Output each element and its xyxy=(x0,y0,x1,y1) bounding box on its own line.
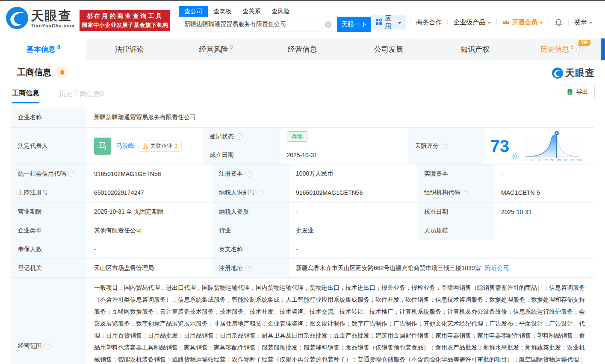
site-logo[interactable]: 天眼查 TianYanCha.com xyxy=(6,7,74,31)
tab-company-development[interactable]: 公司发展 xyxy=(345,38,432,60)
apps-grid-icon xyxy=(375,18,382,26)
table-row: 营业期限 2025-10-31 至 无固定期限 纳税人资质 - 核准日期 202… xyxy=(11,203,594,221)
org-code-value: MAG1GETN-5 xyxy=(494,183,594,202)
tab-basic-info[interactable]: 基本信息 8 xyxy=(0,38,86,60)
tab-operating-risk[interactable]: 经营风险 3 xyxy=(173,38,259,60)
help-icon[interactable]: ? xyxy=(68,170,75,177)
top-nav: 应用 商务合作 企业级产品 开通会员 费米 xyxy=(371,15,605,30)
staff-size-value: - xyxy=(494,221,594,240)
help-icon[interactable]: ? xyxy=(236,133,243,140)
search-tab-relation[interactable]: 查关系 xyxy=(237,6,266,17)
help-icon[interactable]: ? xyxy=(442,143,448,149)
svg-text:x: x xyxy=(569,91,571,94)
field-label: 组织机构代码 ? xyxy=(417,183,494,202)
subscribe-bell-button[interactable] xyxy=(56,67,68,78)
search-input[interactable] xyxy=(179,17,336,32)
tianyancha-logo-icon xyxy=(6,7,28,31)
help-icon[interactable]: ? xyxy=(245,265,252,271)
promo-line2: 国家中小企业发展子基金旗下机构 xyxy=(82,21,168,29)
tab-label: 法律诉讼 xyxy=(115,44,144,54)
help-icon[interactable]: ? xyxy=(463,190,469,196)
nav-enterprise-products[interactable]: 企业级产品 xyxy=(453,18,491,26)
brand-name: 天眼查 xyxy=(31,9,74,22)
subtab-business-info[interactable]: 工商信息 xyxy=(12,85,39,103)
table-row: 统一社会信用代码 ? 91650102MAG1GETN56 注册资本 ? 100… xyxy=(11,164,594,183)
paid-capital-value: - xyxy=(494,164,594,183)
business-scope-value: 一般项目：国内贸易代理；进出口代理；国际货物运输代理；国内货物运输代理；货物进出… xyxy=(87,278,594,364)
approval-date-value: 2025-10-31 xyxy=(494,203,594,221)
tab-label: 历史信息 xyxy=(540,44,569,54)
search-area: 查公司 查老板 查关系 查风险 天眼一下 xyxy=(179,6,371,32)
reg-status-cell: 存续 xyxy=(280,128,408,146)
company-page-tabs: 基本信息 8 法律诉讼 经营风险 3 经营信息 公司发展 知识产权 VIP 历史… xyxy=(0,38,605,60)
tianyancha-logo-icon xyxy=(552,68,563,79)
establish-date-value: 2025-10-31 xyxy=(280,146,408,164)
excel-icon: x xyxy=(567,88,573,95)
org-chart-icon xyxy=(143,144,148,149)
legal-rep-cell: 马 马景峰 关联企业 3 xyxy=(87,128,203,164)
tab-intellectual-property[interactable]: 知识产权 xyxy=(432,38,518,60)
field-label: 人员规模 xyxy=(417,221,494,240)
field-label: 工商注册号 xyxy=(11,183,87,202)
svg-text:15: 15 xyxy=(544,158,547,162)
divider xyxy=(496,19,497,25)
search-tab-company[interactable]: 查公司 xyxy=(179,6,208,17)
nav-open-vip[interactable]: 开通会员 xyxy=(502,18,543,26)
svg-text:1: 1 xyxy=(531,158,533,162)
help-icon[interactable]: ? xyxy=(245,170,252,177)
avatar[interactable]: 马 xyxy=(94,138,111,155)
field-label: 企业类型 xyxy=(11,221,87,240)
field-label: 纳税人资质 xyxy=(212,203,289,221)
related-companies-badge[interactable]: 关联企业 3 xyxy=(139,141,182,152)
clear-search-icon[interactable] xyxy=(325,21,332,28)
tab-label: 公司发展 xyxy=(374,44,403,54)
reg-number-value: 650102029174247 xyxy=(87,183,212,202)
tab-label: 经营风险 xyxy=(199,44,228,54)
notifications-button[interactable] xyxy=(555,18,563,26)
user-menu[interactable]: 费米 xyxy=(574,18,593,26)
search-button[interactable]: 天眼一下 xyxy=(337,17,371,32)
nav-business-cooperation[interactable]: 商务合作 xyxy=(416,18,442,26)
apps-label: 应用 xyxy=(385,14,395,30)
help-icon[interactable]: ? xyxy=(44,343,51,349)
promo-banner: 都在用的商业查询工具 国家中小企业发展子基金旗下机构 xyxy=(80,10,170,31)
english-name-value: - xyxy=(289,240,594,258)
export-label: 导出 xyxy=(576,88,588,96)
search-tab-risk[interactable]: 查风险 xyxy=(266,6,295,17)
related-label: 关联企业 xyxy=(150,142,172,150)
score-unit: 分 xyxy=(512,153,518,161)
subtab-history-business-info[interactable]: 历史工商信息0 xyxy=(59,85,104,103)
tab-count: 8 xyxy=(57,44,60,50)
nearby-companies-link[interactable]: 附近公司 xyxy=(485,264,509,272)
side-widget-handle[interactable] xyxy=(601,38,605,60)
divider xyxy=(549,19,549,25)
apps-menu-button[interactable]: 应用 xyxy=(371,15,406,29)
legal-rep-link[interactable]: 马景峰 xyxy=(116,142,134,150)
tab-label: 知识产权 xyxy=(460,44,490,54)
svg-text:85: 85 xyxy=(558,158,561,162)
bell-icon xyxy=(59,69,65,76)
tab-operating-info[interactable]: 经营信息 xyxy=(259,38,345,60)
help-icon[interactable]: ? xyxy=(257,190,264,196)
search-tab-boss[interactable]: 查老板 xyxy=(208,6,237,17)
business-term-value: 2025-10-31 至 无固定期限 xyxy=(87,203,212,221)
tianyan-score-cell: 73 分 xyxy=(485,128,594,164)
field-label: 登记状态 ? xyxy=(203,128,280,146)
credit-code-value: 91650102MAG1GETN56 xyxy=(87,164,212,183)
tab-history-info[interactable]: VIP 历史信息 5 ? xyxy=(518,38,605,60)
tab-legal-proceedings[interactable]: 法律诉讼 xyxy=(86,38,173,60)
taxpayer-id-value: 91650102MAG1GETN56 xyxy=(289,183,417,202)
watermark-text: 天眼查 xyxy=(565,67,595,79)
username: 费米 xyxy=(574,18,587,26)
insured-count-value: - xyxy=(87,240,212,258)
company-name-value: 新疆边疆瑞通贸贸易服务有限责任公司 xyxy=(87,107,594,127)
field-label: 经营范围 ? xyxy=(11,278,87,364)
chevron-down-icon xyxy=(487,22,491,24)
divider xyxy=(447,19,448,25)
export-button[interactable]: x 导出 xyxy=(560,85,595,99)
table-row: 经营范围 ? 一般项目：国内贸易代理；进出口代理；国际货物运输代理；国内货物运输… xyxy=(11,278,594,364)
help-icon[interactable]: ? xyxy=(576,46,583,53)
chevron-down-icon xyxy=(540,22,543,24)
site-header: 天眼查 TianYanCha.com 都在用的商业查询工具 国家中小企业发展子基… xyxy=(0,1,605,38)
content: 工商信息 天眼查 工商信息 历史工商信息0 x 导出 企业名称 新疆边疆瑞通贸贸… xyxy=(0,60,605,364)
